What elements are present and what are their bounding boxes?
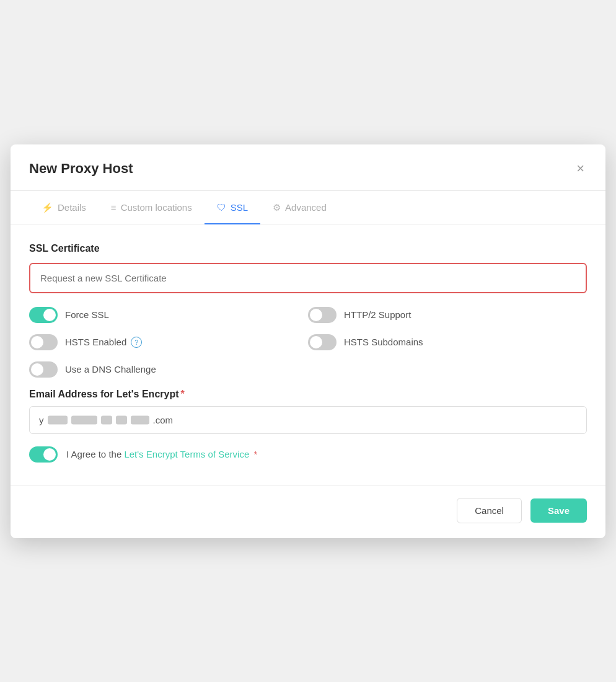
tab-ssl[interactable]: 🛡 SSL (205, 191, 260, 224)
modal-dialog: New Proxy Host × ⚡ Details ≡ Custom loca… (11, 144, 605, 538)
ssl-icon: 🛡 (217, 202, 226, 213)
hsts-enabled-slider (29, 334, 58, 350)
custom-locations-icon: ≡ (111, 202, 117, 213)
tabs-bar: ⚡ Details ≡ Custom locations 🛡 SSL ⚙ Adv… (11, 191, 605, 224)
save-button[interactable]: Save (530, 498, 587, 523)
http2-support-label: HTTP/2 Support (344, 309, 411, 320)
ssl-certificate-input[interactable] (29, 263, 587, 293)
dns-challenge-label: Use a DNS Challenge (65, 364, 156, 374)
hsts-enabled-toggle[interactable] (29, 334, 58, 350)
hsts-subdomains-slider (308, 334, 337, 350)
email-section: Email Address for Let's Encrypt* y .com (29, 389, 587, 434)
email-input[interactable] (29, 406, 587, 434)
agree-row: I Agree to the Let's Encrypt Terms of Se… (29, 446, 587, 472)
force-ssl-slider (29, 307, 58, 323)
hsts-enabled-label: HSTS Enabled ? (65, 337, 142, 348)
hsts-help-icon[interactable]: ? (131, 337, 142, 348)
force-ssl-label: Force SSL (65, 309, 109, 320)
agree-text: I Agree to the Let's Encrypt Terms of Se… (66, 449, 257, 459)
modal-title: New Proxy Host (29, 161, 133, 177)
force-ssl-toggle[interactable] (29, 307, 58, 323)
http2-support-group: HTTP/2 Support (308, 307, 587, 323)
tab-ssl-label: SSL (231, 202, 248, 213)
modal-body: SSL Certificate Force SSL HTTP/2 S (11, 224, 605, 485)
toggles-row-1: Force SSL HTTP/2 Support (29, 307, 587, 323)
advanced-icon: ⚙ (273, 202, 281, 213)
tab-custom-locations[interactable]: ≡ Custom locations (99, 191, 205, 224)
lets-encrypt-link[interactable]: Let's Encrypt Terms of Service (124, 449, 249, 459)
tab-advanced-label: Advanced (285, 202, 327, 213)
hsts-enabled-group: HSTS Enabled ? (29, 334, 308, 350)
toggles-row-3: Use a DNS Challenge (29, 361, 587, 378)
email-input-wrapper: y .com (29, 406, 587, 434)
agree-toggle[interactable] (29, 446, 58, 463)
hsts-subdomains-group: HSTS Subdomains (308, 334, 587, 350)
tab-details-label: Details (58, 202, 86, 213)
close-button[interactable]: × (574, 159, 587, 178)
details-icon: ⚡ (42, 202, 53, 213)
email-section-label: Email Address for Let's Encrypt* (29, 389, 587, 400)
dns-challenge-group: Use a DNS Challenge (29, 361, 587, 378)
http2-support-slider (308, 307, 337, 323)
modal-overlay: New Proxy Host × ⚡ Details ≡ Custom loca… (0, 0, 616, 682)
cancel-button[interactable]: Cancel (457, 498, 522, 523)
tab-details[interactable]: ⚡ Details (29, 191, 99, 224)
tab-advanced[interactable]: ⚙ Advanced (260, 191, 339, 224)
http2-support-toggle[interactable] (308, 307, 337, 323)
dns-challenge-slider (29, 361, 58, 378)
modal-header: New Proxy Host × (11, 144, 605, 191)
hsts-subdomains-toggle[interactable] (308, 334, 337, 350)
tab-custom-locations-label: Custom locations (121, 202, 192, 213)
dns-challenge-toggle[interactable] (29, 361, 58, 378)
modal-footer: Cancel Save (11, 485, 605, 538)
force-ssl-group: Force SSL (29, 307, 308, 323)
toggles-row-2: HSTS Enabled ? HSTS Subdomains (29, 334, 587, 350)
hsts-subdomains-label: HSTS Subdomains (344, 337, 423, 347)
agree-slider (29, 446, 58, 463)
ssl-cert-section-label: SSL Certificate (29, 243, 587, 254)
